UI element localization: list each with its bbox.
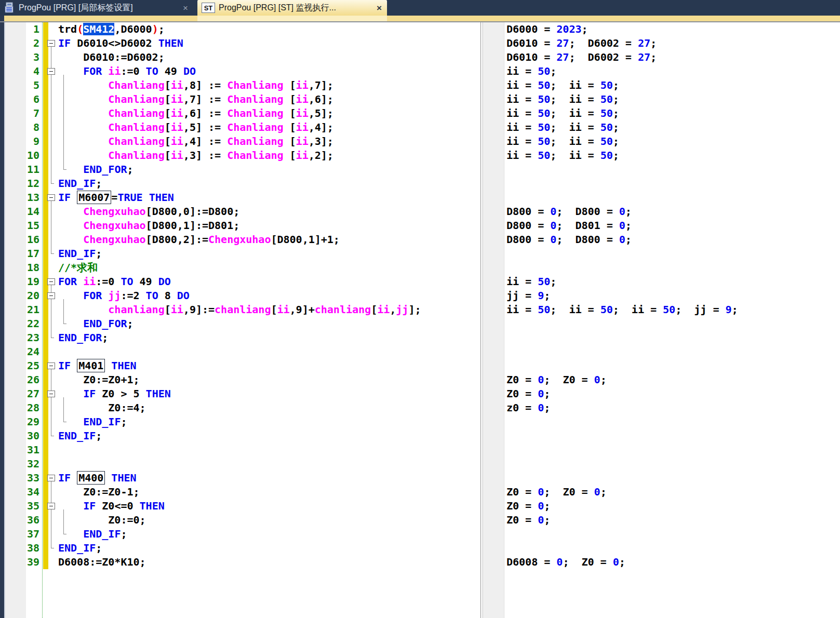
code-segment: D6010:=D6002; <box>58 51 165 63</box>
code-segment: trd <box>58 23 77 35</box>
code-line-8[interactable]: 8 Chanliang[ii,5] := Chanliang [ii,4]; <box>5 120 481 135</box>
fold-collapse-icon[interactable] <box>47 362 55 369</box>
monitor-value: 0 <box>538 373 544 386</box>
code-line-26[interactable]: 26 Z0:=Z0+1; <box>5 373 481 387</box>
monitor-value: 50 <box>601 303 613 316</box>
fold-collapse-icon[interactable] <box>47 503 55 509</box>
code-line-16[interactable]: 16 Chengxuhao[D800,2]:=Chengxuhao[D800,1… <box>5 233 481 247</box>
code-line-6[interactable]: 6 Chanliang[ii,7] := Chanliang [ii,6]; <box>5 92 481 106</box>
fold-collapse-icon[interactable] <box>47 475 55 481</box>
code-line-20[interactable]: 20 FOR jj:=2 TO 8 DO <box>5 289 481 303</box>
code-line-31[interactable]: 31 <box>5 443 481 457</box>
code-line-36[interactable]: 36 Z0:=0; <box>5 513 481 527</box>
code-segment <box>58 387 83 400</box>
line-number: 3 <box>5 50 39 64</box>
code-line-33[interactable]: 33IF M400 THEN <box>5 471 481 485</box>
code-line-4[interactable]: 4 FOR ii:=0 TO 49 DO <box>5 64 481 78</box>
code-segment: Z0 = <box>506 514 538 526</box>
label-identifier: Chanliang <box>108 121 164 133</box>
code-line-25[interactable]: 25IF M401 THEN <box>5 359 481 373</box>
label-identifier: ii <box>296 149 309 162</box>
label-identifier: ii <box>171 79 183 91</box>
code-line-34[interactable]: 34 Z0:=Z0-1; <box>5 485 481 499</box>
code-line-2[interactable]: 2IF D6010<>D6002 THEN <box>5 36 481 50</box>
st-code-pane[interactable]: 1trd(SM412,D6000);2IF D6010<>D6002 THEN3… <box>5 22 481 618</box>
fold-collapse-icon[interactable] <box>47 278 55 285</box>
code-segment <box>105 472 111 484</box>
code-segment: [ <box>371 303 377 316</box>
keyword: FOR <box>83 65 102 77</box>
monitor-value: 50 <box>663 303 675 316</box>
code-line-37[interactable]: 37 END_IF; <box>5 527 481 541</box>
code-line-28[interactable]: 28 Z0:=4; <box>5 401 481 415</box>
code-line-7[interactable]: 7 Chanliang[ii,6] := Chanliang [ii,5]; <box>5 106 481 120</box>
fold-collapse-icon[interactable] <box>47 391 55 397</box>
code-line-3[interactable]: 3 D6010:=D6002; <box>5 50 481 64</box>
label-identifier: ii <box>171 107 183 119</box>
fold-collapse-icon[interactable] <box>47 292 55 299</box>
label-identifier: ii <box>108 65 121 77</box>
code-line-29[interactable]: 29 END_IF; <box>5 415 481 429</box>
line-number: 9 <box>5 135 39 149</box>
code-segment: ; D800 = <box>556 233 619 246</box>
code-segment: 8 <box>158 289 177 302</box>
code-line-18[interactable]: 18//*求和 <box>5 261 481 275</box>
tab-label: ProgPou [PRG] [局部标签设置] <box>19 3 133 14</box>
label-identifier: ii <box>296 107 309 119</box>
code-line-22[interactable]: 22 END_FOR; <box>5 317 481 331</box>
tab-local-label-settings[interactable]: ProgPou [PRG] [局部标签设置] × <box>0 0 193 16</box>
line-number: 34 <box>5 485 39 499</box>
code-line-5[interactable]: 5 Chanliang[ii,8] := Chanliang [ii,7]; <box>5 78 481 92</box>
code-line-9[interactable]: 9 Chanliang[ii,4] := Chanliang [ii,3]; <box>5 135 481 149</box>
code-line-10[interactable]: 10 Chanliang[ii,3] := Chanliang [ii,2]; <box>5 149 481 163</box>
code-line-12[interactable]: 12END_IF; <box>5 177 481 191</box>
code-rows: 1trd(SM412,D6000);2IF D6010<>D6002 THEN3… <box>5 22 481 618</box>
fold-collapse-icon[interactable] <box>47 194 55 201</box>
code-line-39[interactable]: 39D6008:=Z0*K10; <box>5 555 481 569</box>
code-line-24[interactable]: 24 <box>5 345 481 359</box>
code-line-1[interactable]: 1trd(SM412,D6000); <box>5 22 481 36</box>
code-line-27[interactable]: 27 IF Z0 > 5 THEN <box>5 387 481 401</box>
keyword: DO <box>183 65 196 77</box>
fold-collapse-icon[interactable] <box>47 68 55 75</box>
code-line-30[interactable]: 30END_IF; <box>5 429 481 443</box>
code-line-19[interactable]: 19FOR ii:=0 TO 49 DO <box>5 275 481 289</box>
code-text: END_IF; <box>58 541 102 555</box>
code-line-35[interactable]: 35 IF Z0<=0 THEN <box>5 499 481 513</box>
code-line-32[interactable]: 32 <box>5 457 481 471</box>
code-segment: [D800,0]:=D800; <box>146 205 240 218</box>
code-line-23[interactable]: 23END_FOR; <box>5 331 481 345</box>
code-line-11[interactable]: 11 END_FOR; <box>5 163 481 177</box>
monitor-line-3: D6010 = 27; D6002 = 27; <box>483 50 840 64</box>
keyword: THEN <box>111 359 136 372</box>
code-segment: D800 = <box>506 205 550 218</box>
code-segment: ii = <box>506 121 538 133</box>
close-tab-icon[interactable]: × <box>377 4 382 12</box>
code-line-17[interactable]: 17END_IF; <box>5 247 481 261</box>
label-identifier: jj <box>108 289 121 302</box>
code-line-14[interactable]: 14 Chengxuhao[D800,0]:=D800; <box>5 205 481 219</box>
monitor-line-34: Z0 = 0; Z0 = 0; <box>483 485 840 499</box>
monitor-line-25 <box>483 359 840 373</box>
code-line-21[interactable]: 21 chanliang[ii,9]:=chanliang[ii,9]+chan… <box>5 303 481 317</box>
line-number: 14 <box>5 205 39 219</box>
code-segment: ; <box>96 177 102 190</box>
code-line-38[interactable]: 38END_IF; <box>5 541 481 555</box>
code-text: Chanliang[ii,7] := Chanliang [ii,6]; <box>58 92 334 106</box>
code-segment: ; ii = <box>550 149 600 162</box>
close-tab-icon[interactable]: × <box>183 4 188 12</box>
tab-st-program-monitoring[interactable]: ST ProgPou [PRG] [ST] 监视执行... × <box>197 0 387 16</box>
monitor-value: 50 <box>538 149 550 162</box>
code-line-15[interactable]: 15 Chengxuhao[D800,1]:=D801; <box>5 219 481 233</box>
code-segment: ; <box>96 429 102 442</box>
code-line-13[interactable]: 13IF M6007=TRUE THEN <box>5 191 481 205</box>
label-identifier: Chengxuhao <box>208 233 271 246</box>
label-identifier: Chanliang <box>108 93 164 105</box>
fold-collapse-icon[interactable] <box>47 40 55 47</box>
pane-divider[interactable] <box>481 22 481 618</box>
window-corner <box>0 16 4 21</box>
line-number: 2 <box>5 36 39 50</box>
line-number: 32 <box>5 457 39 471</box>
label-identifier: ii <box>171 93 183 105</box>
monitor-value: 50 <box>538 93 550 105</box>
